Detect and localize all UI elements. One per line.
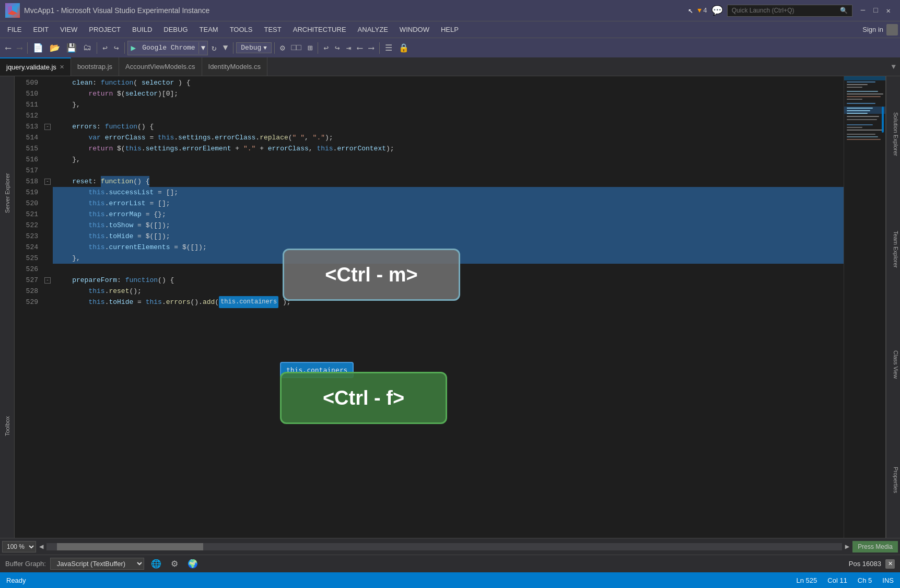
toolbar-btn6[interactable]: ⚙ [277, 41, 288, 55]
tab-account-label: AccountViewModels.cs [125, 63, 195, 70]
code-line-514: var errorClass = this.settings.errorClas… [53, 132, 844, 143]
sidebar-solution-explorer[interactable]: Solution Explorer [886, 76, 900, 192]
signin-label[interactable]: Sign in [862, 26, 883, 33]
minimize-button[interactable]: ─ [861, 6, 865, 15]
collapse-icon-527[interactable]: - [44, 277, 51, 284]
press-media-button[interactable]: Press Media [852, 541, 898, 552]
no-collapse-525 [43, 253, 53, 264]
redo-button[interactable]: ↪ [111, 41, 122, 55]
attach-dropdown[interactable]: ▼ [220, 42, 231, 54]
svg-rect-20 [847, 130, 883, 131]
menu-file[interactable]: FILE [2, 23, 27, 36]
quick-launch-input[interactable] [732, 7, 838, 14]
no-collapse-529 [43, 297, 53, 308]
run-dropdown-arrow[interactable]: ▼ [198, 42, 207, 54]
menu-team[interactable]: TEAM [194, 23, 224, 36]
buffer-tool-icon2[interactable]: 🌍 [185, 558, 201, 570]
menu-window[interactable]: WINDOW [394, 23, 435, 36]
tab-jquery-validate-close[interactable]: ✕ [60, 64, 64, 70]
tab-account-viewmodels[interactable]: AccountViewModels.cs [119, 57, 202, 76]
menu-build[interactable]: BUILD [127, 23, 157, 36]
refresh-button[interactable]: ↻ [209, 41, 219, 55]
save-button[interactable]: 💾 [64, 41, 79, 55]
toolbar-btn7[interactable]: □□ [289, 42, 304, 54]
toolbar-lock-btn[interactable]: 🔒 [396, 41, 412, 55]
open-button[interactable]: 📂 [47, 41, 63, 55]
buffer-graph-select[interactable]: JavaScript (TextBuffer) [50, 558, 144, 570]
tab-bootstrap[interactable]: bootstrap.js [71, 57, 119, 76]
code-line-522: this.toShow = $([]); [53, 220, 844, 231]
undo-button[interactable]: ↩ [100, 41, 110, 55]
toolbar-btn10[interactable]: ↪ [332, 41, 343, 55]
toolbar-view-btn[interactable]: ☰ [382, 41, 395, 55]
pos-info: Pos 16083 [849, 560, 881, 568]
tab-jquery-validate[interactable]: jquery.validate.js ✕ [0, 57, 71, 76]
toolbar-btn13[interactable]: ⟶ [366, 41, 377, 55]
tabs-overflow-button[interactable]: ▼ [887, 57, 900, 76]
quick-launch-search[interactable]: 🔍 [727, 5, 852, 17]
tab-identity-models[interactable]: IdentityModels.cs [202, 57, 267, 76]
code-line-512 [53, 110, 844, 121]
collapse-518[interactable]: - [43, 176, 53, 187]
status-ln[interactable]: Ln 525 [797, 577, 817, 584]
menu-tools[interactable]: TOOLS [225, 23, 258, 36]
menu-architecture[interactable]: ARCHITECTURE [288, 23, 352, 36]
no-collapse-515 [43, 143, 53, 154]
collapse-icon-518[interactable]: - [44, 179, 51, 185]
collapse-527[interactable]: - [43, 275, 53, 286]
back-button[interactable]: ⟵ [3, 41, 14, 55]
menu-test[interactable]: TEST [259, 23, 287, 36]
debug-dropdown-arrow[interactable]: ▼ [263, 45, 267, 51]
menu-edit[interactable]: EDIT [28, 23, 54, 36]
status-ins[interactable]: INS [882, 577, 894, 584]
sidebar-properties[interactable]: Properties [886, 422, 900, 538]
menu-analyze[interactable]: ANALYZE [353, 23, 393, 36]
toolbar-btn11[interactable]: ⇥ [344, 41, 354, 55]
feedback-icon[interactable]: 💬 [711, 5, 723, 16]
sidebar-toolbox[interactable]: Toolbox [4, 315, 10, 538]
menu-help[interactable]: HELP [436, 23, 464, 36]
sep7 [379, 42, 380, 54]
svg-rect-11 [847, 103, 875, 104]
notification-badge[interactable]: ▼ 4 [697, 7, 707, 15]
buffer-web-icon[interactable]: 🌐 [148, 558, 164, 570]
svg-rect-4 [847, 81, 875, 83]
minimap-svg [844, 76, 885, 390]
toolbar-btn12[interactable]: ⟵ [355, 41, 365, 55]
no-collapse-519 [43, 187, 53, 198]
close-pos-button[interactable]: ✕ [885, 559, 895, 569]
collapse-icon-513[interactable]: - [44, 124, 51, 130]
menu-debug[interactable]: DEBUG [158, 23, 193, 36]
menu-project[interactable]: PROJECT [84, 23, 126, 36]
status-ch: Ch 5 [858, 577, 872, 584]
debug-label: Debug [241, 44, 261, 52]
restore-button[interactable]: □ [873, 6, 878, 15]
new-file-button[interactable]: 📄 [30, 41, 46, 55]
svg-rect-17 [847, 119, 877, 120]
code-line-509: clean: function( selector ) { [53, 77, 844, 88]
debug-config[interactable]: Debug ▼ [236, 42, 272, 53]
toolbar-btn9[interactable]: ↩ [321, 41, 331, 55]
scroll-left-arrow[interactable]: ◀ [39, 542, 43, 551]
menu-view[interactable]: VIEW [55, 23, 83, 36]
tabs-bar: jquery.validate.js ✕ bootstrap.js Accoun… [0, 57, 900, 76]
scroll-thumb-h[interactable] [57, 543, 203, 550]
run-button[interactable]: ▶ Google Chrome ▼ [127, 41, 208, 55]
buffer-tool-icon1[interactable]: ⚙ [168, 558, 181, 570]
close-button[interactable]: ✕ [886, 6, 891, 15]
code-editor[interactable]: clean: function( selector ) { return $(s… [53, 76, 844, 538]
svg-rect-23 [847, 139, 881, 140]
sidebar-class-view[interactable]: Class View [886, 307, 900, 422]
forward-button[interactable]: ⟶ [15, 41, 25, 55]
save-all-button[interactable]: 🗂 [80, 41, 94, 54]
toolbar-btn8[interactable]: ⊞ [305, 41, 315, 55]
status-col[interactable]: Col 11 [827, 577, 847, 584]
sidebar-server-explorer[interactable]: Server Explorer [4, 81, 10, 304]
horizontal-scrollbar[interactable] [46, 543, 841, 550]
scroll-right-arrow[interactable]: ▶ [845, 542, 849, 551]
no-collapse-514 [43, 132, 53, 143]
sidebar-team-explorer[interactable]: Team Explorer [886, 192, 900, 307]
collapse-513[interactable]: - [43, 121, 53, 132]
code-line-519: this.successList = []; [53, 187, 844, 198]
zoom-select[interactable]: 100 % [2, 541, 36, 552]
